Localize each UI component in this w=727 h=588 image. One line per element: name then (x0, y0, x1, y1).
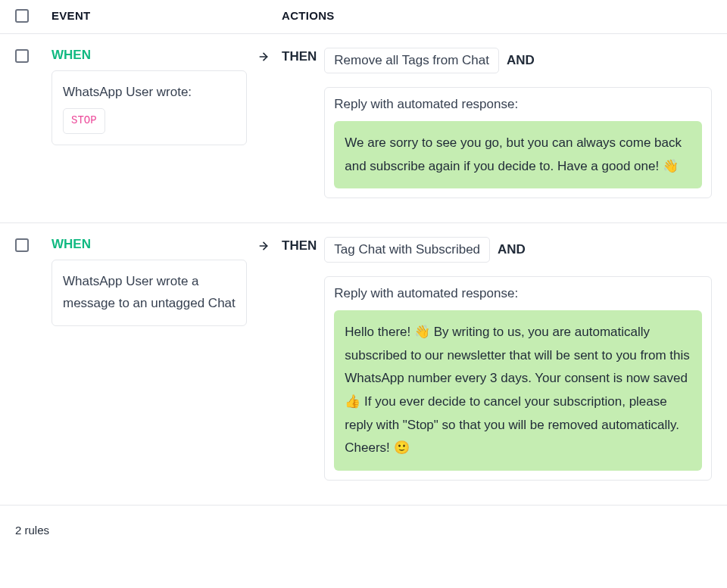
header-event: EVENT (51, 9, 248, 22)
rule-row[interactable]: WHEN WhatsApp User wrote: STOP THEN Remo… (0, 34, 727, 223)
event-card: WhatsApp User wrote a message to an unta… (51, 260, 247, 326)
and-label: AND (498, 242, 526, 257)
arrow-right-icon (257, 240, 270, 256)
response-title: Reply with automated response: (334, 97, 702, 121)
action-pill[interactable]: Remove all Tags from Chat (324, 48, 499, 73)
event-keyword-pill: STOP (63, 108, 105, 134)
action-pill[interactable]: Tag Chat with Subscribed (324, 237, 490, 263)
header-actions: ACTIONS (282, 9, 335, 22)
response-card: Reply with automated response: Hello the… (324, 276, 712, 481)
row-checkbox[interactable] (15, 238, 29, 252)
when-label: WHEN (51, 237, 248, 252)
response-title: Reply with automated response: (334, 286, 702, 310)
arrow-right-icon (257, 51, 270, 67)
table-header: EVENT ACTIONS (0, 0, 727, 34)
rules-table: EVENT ACTIONS WHEN WhatsApp User wrote: … (0, 0, 727, 555)
then-label: THEN (282, 238, 317, 253)
event-text: WhatsApp User wrote a message to an unta… (63, 271, 236, 315)
response-bubble: We are sorry to see you go, but you can … (334, 121, 702, 188)
rule-row[interactable]: WHEN WhatsApp User wrote a message to an… (0, 223, 727, 506)
when-label: WHEN (51, 48, 248, 63)
then-label: THEN (282, 49, 317, 64)
action-line: Tag Chat with Subscribed AND (324, 237, 712, 263)
response-bubble: Hello there! 👋 By writing to us, you are… (334, 310, 702, 471)
footer: 2 rules (0, 506, 727, 555)
action-line: Remove all Tags from Chat AND (324, 48, 712, 73)
row-checkbox[interactable] (15, 49, 29, 63)
rule-count: 2 rules (15, 524, 49, 537)
and-label: AND (507, 53, 535, 68)
event-card: WhatsApp User wrote: STOP (51, 70, 247, 145)
select-all-checkbox[interactable] (15, 9, 29, 23)
event-text: WhatsApp User wrote: (63, 82, 236, 104)
response-card: Reply with automated response: We are so… (324, 87, 712, 198)
